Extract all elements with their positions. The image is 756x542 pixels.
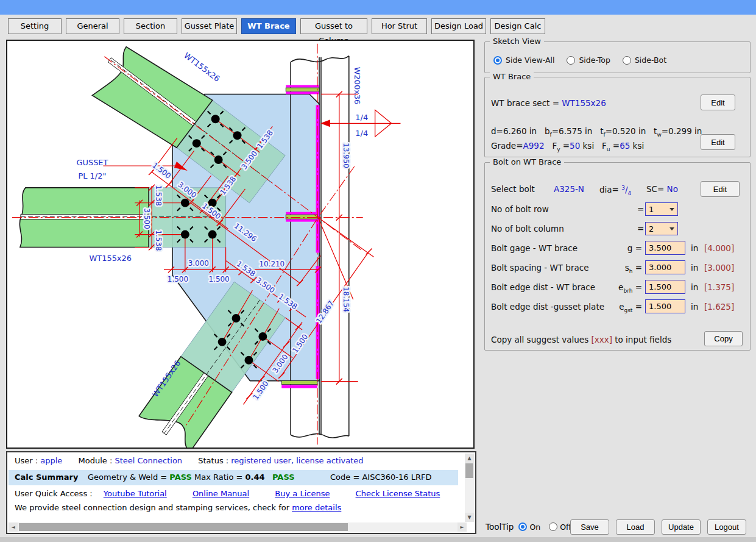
fy-eq: = xyxy=(560,141,570,151)
status-label: Status : xyxy=(198,456,231,465)
tooltip-on-label[interactable]: On xyxy=(529,522,540,532)
link-more-details[interactable]: more details xyxy=(292,503,341,512)
radio-side-top[interactable] xyxy=(567,56,575,65)
radio-label-side-top[interactable]: Side-Top xyxy=(579,55,610,65)
bolt-spacing-suggest: [3.000] xyxy=(704,263,734,273)
bolt-edge-wt-input[interactable] xyxy=(645,280,685,294)
fy-unit: ksi xyxy=(580,141,594,151)
sketch-view-title: Sketch View xyxy=(490,37,544,46)
fu-label: F xyxy=(602,141,607,151)
bolt-col-count-select[interactable]: 2 xyxy=(645,222,678,235)
quick-access-line: User Quick Access : Youtube Tutorial Onl… xyxy=(15,489,440,498)
window-bottom-edge xyxy=(0,537,756,542)
promo-text: We provide steel connection design and s… xyxy=(15,503,292,512)
bolt-gage-label: Bolt gage - WT brace xyxy=(491,243,578,253)
horizontal-scroll-thumb[interactable] xyxy=(19,523,348,531)
radio-side-view-all[interactable] xyxy=(493,56,502,65)
update-button[interactable]: Update xyxy=(662,519,701,535)
wt-sect-edit-button[interactable]: Edit xyxy=(701,94,735,110)
bolt-gage-input[interactable] xyxy=(645,241,685,255)
dim-1-500-mid-a: 1.500 xyxy=(168,275,188,283)
bolt-row-count-select[interactable]: 1 xyxy=(645,202,678,216)
scroll-up-icon[interactable]: ▲ xyxy=(465,454,474,463)
link-online-manual[interactable]: Online Manual xyxy=(193,489,249,498)
bolt-edge-gusset-suggest: [1.625] xyxy=(704,302,734,312)
radio-label-side-view-all[interactable]: Side View-All xyxy=(506,55,554,65)
bolt-edit-button[interactable]: Edit xyxy=(701,181,740,197)
bolt-edge-wt-unit: in xyxy=(691,282,698,292)
bolt-edge-gusset-input[interactable] xyxy=(645,299,685,313)
tab-general[interactable]: General xyxy=(66,18,119,34)
tooltip-label: ToolTip xyxy=(486,522,514,532)
bolt-col-count-value: 2 xyxy=(649,224,654,234)
wt-dim-bf: b xyxy=(545,126,550,136)
dim-3-500-gage: 3.500 xyxy=(143,209,151,229)
tab-setting[interactable]: Setting xyxy=(8,18,62,34)
scroll-down-icon[interactable]: ▼ xyxy=(465,513,474,522)
scroll-right-icon[interactable]: ► xyxy=(457,522,467,532)
fu-eq: = xyxy=(610,141,620,151)
wt-dim-tw-val: =0.299 in xyxy=(662,126,702,136)
radio-tooltip-on[interactable] xyxy=(518,522,527,531)
tab-gusset-to-column[interactable]: Gusset to Column xyxy=(300,18,367,34)
status-panel: User : apple Module : Steel Connection S… xyxy=(6,451,476,534)
radio-label-side-bot[interactable]: Side-Bot xyxy=(635,55,666,65)
dim-1-538-gage-a: 1.538 xyxy=(154,185,163,206)
tab-bar: Setting General Section Gusset Plate WT … xyxy=(8,18,545,34)
radio-tooltip-off[interactable] xyxy=(549,522,557,531)
vertical-scrollbar[interactable]: ▲ ▼ xyxy=(465,454,474,522)
load-button[interactable]: Load xyxy=(616,519,655,535)
label-gusset-2: PL 1/2" xyxy=(79,171,107,180)
bolt-row-count-label: No of bolt row xyxy=(491,204,549,214)
label-column: W200x36 xyxy=(353,67,362,105)
bolt-type-value: A325-N xyxy=(554,184,584,194)
bolt-dia-numerator: 3 xyxy=(621,184,625,190)
bolt-gage-suggest: [4.000] xyxy=(704,243,734,253)
bolt-edge-gusset-unit: in xyxy=(691,302,698,312)
link-youtube-tutorial[interactable]: Youtube Tutorial xyxy=(104,489,167,498)
label-wt-top: WT155x26 xyxy=(182,51,222,84)
tab-gusset-plate[interactable]: Gusset Plate xyxy=(182,18,237,34)
link-buy-license[interactable]: Buy a License xyxy=(275,489,330,498)
save-button[interactable]: Save xyxy=(570,519,609,535)
calc-summary-title: Calc Summary xyxy=(15,472,78,482)
wt-brace-title: WT Brace xyxy=(490,72,534,81)
vertical-scroll-thumb[interactable] xyxy=(465,463,473,478)
logout-button[interactable]: Logout xyxy=(707,519,746,535)
dim-1-500-bot-b: 1.500 xyxy=(252,379,270,401)
bolt-row-count-value: 1 xyxy=(649,205,654,214)
copy-suggest-text: Copy all suggest values [xxx] to input f… xyxy=(491,335,671,344)
tooltip-control: ToolTip On Off xyxy=(486,522,571,532)
wt-dim-d-val: =6.260 in xyxy=(496,126,537,136)
tab-design-calc[interactable]: Design Calc xyxy=(490,18,545,34)
window-title-bar[interactable] xyxy=(0,0,756,15)
tab-design-load[interactable]: Design Load xyxy=(431,18,486,34)
tooltip-off-label[interactable]: Off xyxy=(560,522,571,532)
link-check-license[interactable]: Check License Status xyxy=(356,489,440,498)
bolt-col-count-eq: = xyxy=(637,224,644,234)
label-weld-bot: 1/4 xyxy=(355,129,368,138)
bolt-spacing-unit: in xyxy=(691,263,698,273)
tab-hor-strut[interactable]: Hor Strut xyxy=(372,18,427,34)
dim-13-950: 13.950 xyxy=(342,143,350,168)
wt-sect-label: WT brace sect = xyxy=(491,98,562,108)
grade-edit-button[interactable]: Edit xyxy=(701,134,735,150)
bolt-edge-wt-symbol: ebrh = xyxy=(587,282,642,294)
fu-unit: ksi xyxy=(630,141,644,151)
bolt-edge-wt-suggest: [1.375] xyxy=(704,282,734,292)
promo-line: We provide steel connection design and s… xyxy=(15,503,341,512)
tab-section[interactable]: Section xyxy=(124,18,177,34)
tab-wt-brace[interactable]: WT Brace xyxy=(241,18,296,34)
bolt-spacing-input[interactable] xyxy=(645,260,685,274)
dim-3-000-mid: 3.000 xyxy=(188,259,209,268)
calc-geometry-weld: Geometry & Weld = PASS xyxy=(88,472,192,482)
radio-side-bot[interactable] xyxy=(623,56,631,65)
calc-summary-row: Calc Summary Geometry & Weld = PASS Max … xyxy=(9,470,458,485)
copy-button[interactable]: Copy xyxy=(704,331,743,346)
horizontal-scrollbar[interactable]: ◄ ► xyxy=(9,522,467,532)
sketch-view-group: Sketch View Side View-All Side-Top Side-… xyxy=(484,41,751,73)
dim-1-500-top-a: 1.500 xyxy=(151,161,173,180)
scroll-left-icon[interactable]: ◄ xyxy=(9,522,18,532)
bolt-spacing-symbol: sh = xyxy=(587,263,642,274)
chevron-down-icon xyxy=(669,227,674,230)
